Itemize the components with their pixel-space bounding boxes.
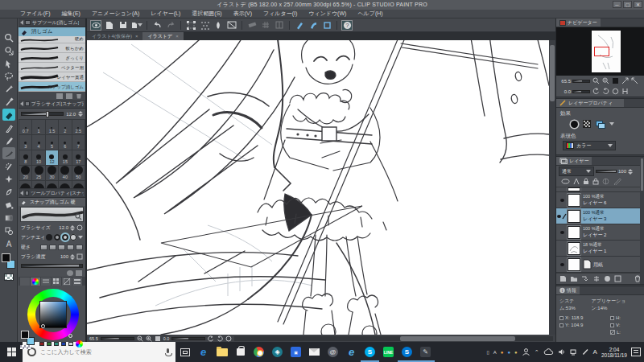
- decoration-tool[interactable]: [2, 173, 15, 185]
- text-tool[interactable]: A: [2, 237, 15, 249]
- taskbar-chrome[interactable]: [250, 342, 268, 362]
- redo-icon[interactable]: [165, 20, 176, 31]
- antialias-middle-selected[interactable]: [62, 234, 68, 241]
- auto-select-tool[interactable]: [2, 83, 15, 95]
- enable-mask-icon[interactable]: [602, 178, 610, 185]
- layer-thumbnail[interactable]: [568, 258, 580, 271]
- microphone-icon[interactable]: [165, 348, 171, 356]
- show-tool-icon[interactable]: [90, 20, 101, 31]
- stepper[interactable]: [70, 254, 75, 260]
- save-icon[interactable]: [118, 20, 129, 31]
- move-tool[interactable]: [2, 44, 15, 56]
- menu-view[interactable]: 表示(V): [228, 10, 258, 18]
- size-cell[interactable]: [32, 181, 44, 188]
- y-checkbox[interactable]: [559, 323, 564, 327]
- grid-icon[interactable]: [260, 20, 271, 31]
- subtool-group-header[interactable]: 消しゴム: [19, 27, 85, 36]
- brush-size-title-bar[interactable]: ブラシサイズ[スナップ消しゴム]: [19, 100, 85, 109]
- lasso-select-tool[interactable]: [2, 70, 15, 82]
- start-button[interactable]: [0, 342, 23, 362]
- hue-cursor[interactable]: [68, 334, 72, 338]
- pencil-tool[interactable]: [2, 134, 15, 146]
- combine-layer-icon[interactable]: [592, 275, 601, 282]
- pen-tool[interactable]: [2, 121, 15, 134]
- taskbar-clip-studio[interactable]: ✎: [416, 342, 435, 362]
- swatch-teal[interactable]: [54, 342, 59, 346]
- expression-color-dropdown[interactable]: カラー: [563, 141, 616, 150]
- subtool-item[interactable]: 硬め: [19, 36, 85, 43]
- undo-icon[interactable]: [151, 20, 163, 31]
- layer-opacity-slider[interactable]: [596, 170, 617, 173]
- tone-effect-icon[interactable]: [583, 120, 591, 128]
- menu-layer[interactable]: レイヤー(L): [145, 10, 186, 18]
- layer-thumbnail[interactable]: [568, 242, 580, 255]
- ruler-range-icon[interactable]: [613, 178, 621, 185]
- zoom-tool[interactable]: [2, 31, 15, 43]
- taskbar-app-blue[interactable]: ▣: [287, 342, 305, 362]
- subtool-item[interactable]: 軟らかめ: [19, 43, 85, 53]
- fit-to-screen-icon[interactable]: [155, 335, 161, 342]
- color-wheel-tab[interactable]: [31, 278, 40, 286]
- hardness-step[interactable]: [67, 245, 74, 250]
- swatch-white[interactable]: [68, 342, 73, 346]
- taskbar-app-spiral[interactable]: @: [324, 342, 342, 362]
- info-tab[interactable]: i 情報: [556, 286, 580, 294]
- zoom-in-icon[interactable]: [601, 77, 609, 85]
- help-icon[interactable]: ?: [341, 20, 353, 31]
- transparent-color-chip[interactable]: [4, 274, 14, 281]
- dropdown-arrow-icon[interactable]: [609, 122, 614, 125]
- swatch-blue[interactable]: [61, 342, 66, 346]
- zoom-out-icon[interactable]: [137, 335, 143, 342]
- layer-thumbnail[interactable]: [568, 194, 580, 207]
- blend-mode-dropdown[interactable]: 通常: [559, 167, 594, 176]
- color-history-tab[interactable]: [72, 278, 82, 286]
- navigator-zoom-slider[interactable]: [572, 80, 590, 83]
- navigator-tab[interactable]: ナビゲーター: [556, 19, 601, 27]
- layer-property-tab[interactable]: レイヤープロパティ: [556, 99, 616, 107]
- fit-to-window-icon[interactable]: [621, 77, 629, 85]
- rotate-left-icon[interactable]: [208, 335, 214, 342]
- antialias-strong[interactable]: [70, 234, 76, 241]
- layer-row[interactable]: 100 %通常 レイヤー 2: [556, 224, 644, 241]
- menu-selection[interactable]: 選択範囲(S): [186, 10, 227, 18]
- pen-tray-icon[interactable]: [582, 348, 589, 356]
- minimize-button[interactable]: ─: [613, 1, 621, 8]
- menu-filter[interactable]: フィルター(I): [258, 10, 303, 18]
- hidden-icons-chevron[interactable]: ⌃: [535, 349, 539, 356]
- tray-app-icon[interactable]: ●: [501, 350, 504, 355]
- register-subtool-icon[interactable]: [56, 93, 63, 99]
- menu-edit[interactable]: 編集(E): [56, 10, 86, 18]
- color-set-tab[interactable]: [52, 278, 61, 286]
- main-color-chip[interactable]: [21, 331, 29, 339]
- main-color-chip[interactable]: [2, 253, 10, 262]
- dropdown-arrow-icon[interactable]: [78, 236, 83, 239]
- subtool-item[interactable]: ざっくり: [19, 53, 85, 63]
- eraser-tool[interactable]: [2, 109, 15, 121]
- scrollbar-thumb[interactable]: [550, 45, 555, 101]
- brush-size-stepper[interactable]: [78, 111, 83, 117]
- size-cell[interactable]: 17: [72, 150, 85, 165]
- gradient-tool[interactable]: [2, 212, 15, 224]
- size-cell[interactable]: 1: [32, 120, 44, 134]
- size-cell[interactable]: 6: [59, 135, 71, 150]
- magnifier-icon[interactable]: [75, 213, 82, 220]
- size-cell[interactable]: [46, 181, 58, 188]
- size-cell[interactable]: [59, 181, 71, 188]
- reset-rotation-icon[interactable]: [225, 335, 232, 342]
- set-as-draft-icon[interactable]: [573, 178, 580, 185]
- maximize-button[interactable]: ▢: [623, 1, 632, 8]
- stepper[interactable]: [70, 225, 75, 231]
- canvas-horizontal-scrollbar[interactable]: [234, 336, 553, 341]
- screentone-icon[interactable]: [199, 20, 210, 31]
- airbrush-tool[interactable]: [2, 160, 15, 172]
- layer-list-scrollbar[interactable]: [640, 157, 644, 284]
- eye-icon[interactable]: [557, 215, 561, 218]
- size-cell[interactable]: 25: [32, 166, 44, 180]
- sv-cursor[interactable]: [41, 324, 45, 328]
- size-cell[interactable]: 10: [32, 150, 44, 165]
- opacity-stepper[interactable]: [628, 169, 633, 175]
- size-cell[interactable]: 8: [19, 150, 31, 165]
- lock-transparent-icon[interactable]: [592, 178, 599, 185]
- snap-special-ruler-icon[interactable]: [308, 20, 319, 31]
- antialias-weak[interactable]: [54, 234, 60, 241]
